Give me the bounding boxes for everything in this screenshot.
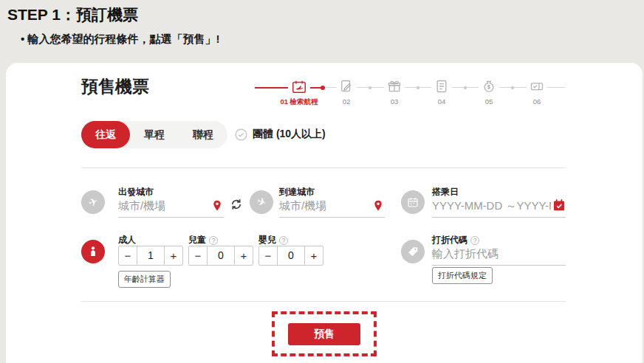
departure-city-input[interactable] <box>118 198 224 218</box>
adult-count: 1 <box>137 246 164 265</box>
passenger-circle <box>81 240 105 263</box>
swap-cities-icon[interactable] <box>229 197 244 212</box>
child-count: 0 <box>208 246 234 265</box>
location-pin-icon[interactable] <box>211 199 223 212</box>
plane-landing-icon: ✈ <box>255 194 268 210</box>
trip-type-tabs: 往返 單程 聯程 <box>81 121 227 148</box>
step-instruction: • 輸入您希望的行程條件，點選「預售」! <box>21 32 219 46</box>
discount-label: 打折代碼 ? <box>432 234 479 246</box>
discount-rules-button[interactable]: 打折代碼規定 <box>432 267 493 284</box>
child-label-text: 兒童 <box>188 234 206 246</box>
tag-icon <box>407 246 419 258</box>
adult-label-text: 成人 <box>118 234 136 246</box>
adult-minus-button[interactable]: − <box>119 246 137 265</box>
infant-minus-button[interactable]: − <box>259 246 278 265</box>
check-circle-icon <box>235 128 247 141</box>
ticket-check-icon <box>527 79 547 94</box>
plane-takeoff-icon: ✈ <box>86 194 100 210</box>
progress-dot <box>511 86 514 89</box>
group-option-label: 團體 (10人以上) <box>253 128 326 141</box>
edit-document-icon <box>336 79 357 94</box>
discount-circle <box>401 240 425 263</box>
card-title: 預售機票 <box>81 75 149 98</box>
discount-label-text: 打折代碼 <box>432 234 467 246</box>
submit-highlight-box: 預售 <box>272 311 377 356</box>
child-help-icon[interactable]: ? <box>209 236 218 245</box>
person-icon <box>87 245 99 258</box>
age-calculator-button[interactable]: 年齡計算器 <box>118 271 171 288</box>
divider <box>81 167 566 168</box>
document-list-icon <box>431 79 452 94</box>
calendar-icon <box>406 196 419 209</box>
payment-pouch-icon <box>479 79 499 94</box>
tab-oneway[interactable]: 單程 <box>130 121 179 148</box>
date-label: 搭乘日 <box>432 186 459 198</box>
arrival-city-input[interactable] <box>279 198 385 218</box>
child-label: 兒童 ? <box>188 234 218 246</box>
infant-help-icon[interactable]: ? <box>279 236 288 245</box>
discount-help-icon[interactable]: ? <box>470 236 479 245</box>
tab-roundtrip[interactable]: 往返 <box>81 121 130 148</box>
discount-code-input[interactable] <box>432 246 566 266</box>
progress-dot <box>369 86 371 89</box>
date-circle <box>401 190 425 214</box>
adult-label: 成人 <box>118 234 136 246</box>
travel-date-input[interactable] <box>432 198 566 218</box>
tab-multicity[interactable]: 聯程 <box>179 121 227 148</box>
group-booking-option[interactable]: 團體 (10人以上) <box>235 128 326 141</box>
step-6-label: 06 <box>507 97 566 106</box>
step-5 <box>467 79 511 97</box>
child-stepper: − 0 + <box>188 246 253 266</box>
child-minus-button[interactable]: − <box>189 246 208 265</box>
arrival-label: 到達城市 <box>279 186 315 198</box>
child-plus-button[interactable]: + <box>234 246 253 265</box>
step-1 <box>277 79 321 98</box>
step-2 <box>324 79 369 97</box>
departure-label: 出發城市 <box>118 186 154 198</box>
calendar-picker-icon[interactable] <box>552 198 566 212</box>
calendar-plane-icon <box>288 79 310 95</box>
step-3 <box>372 79 417 97</box>
departure-circle: ✈ <box>81 190 105 214</box>
infant-count: 0 <box>278 246 304 265</box>
location-pin-icon[interactable] <box>372 199 384 212</box>
booking-card: 預售機票 <box>6 63 643 363</box>
infant-plus-button[interactable]: + <box>304 246 323 265</box>
booking-progress-bar: 01 檢索航程 02 03 04 05 06 <box>255 76 571 114</box>
step-4 <box>419 79 464 97</box>
adult-plus-button[interactable]: + <box>164 246 182 265</box>
divider <box>81 301 566 302</box>
arrival-circle: ✈ <box>250 190 273 214</box>
infant-label: 嬰兒 ? <box>258 234 288 246</box>
infant-stepper: − 0 + <box>258 246 323 266</box>
gift-icon <box>384 79 405 94</box>
infant-label-text: 嬰兒 <box>258 234 276 246</box>
adult-stepper: − 1 + <box>118 246 183 266</box>
presale-submit-button[interactable]: 預售 <box>288 323 360 345</box>
step-6 <box>515 79 559 97</box>
step-heading: STEP 1：預訂機票 <box>7 4 138 25</box>
